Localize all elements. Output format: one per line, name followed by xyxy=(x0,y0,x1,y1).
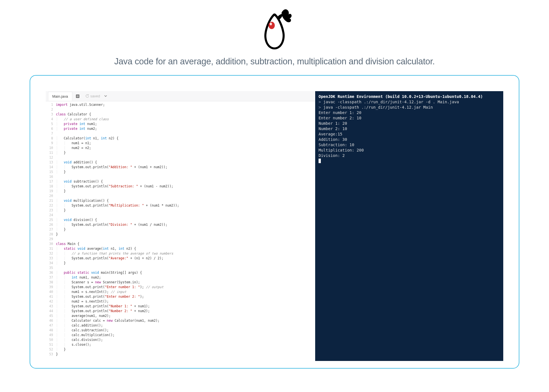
refresh-icon xyxy=(85,94,89,98)
editor-panel: Main.java saved 123456789101112131415161… xyxy=(46,91,315,361)
java-logo xyxy=(255,8,294,51)
tab-bar: Main.java saved xyxy=(46,91,315,101)
saved-label: saved xyxy=(90,94,100,98)
saved-indicator: saved xyxy=(85,94,100,98)
ide-container: Main.java saved 123456789101112131415161… xyxy=(30,75,519,369)
code-editor[interactable]: 1234567891011121314151617181920212223242… xyxy=(46,101,315,361)
svg-point-0 xyxy=(269,22,275,29)
svg-rect-4 xyxy=(77,96,79,96)
terminal-cursor xyxy=(319,159,321,163)
svg-rect-5 xyxy=(77,97,79,97)
file-tab[interactable]: Main.java xyxy=(48,92,72,101)
chevron-down-icon[interactable] xyxy=(104,94,107,99)
code-content[interactable]: import java.util.Scanner; class Calculat… xyxy=(56,101,315,361)
list-icon[interactable] xyxy=(74,93,81,100)
svg-point-1 xyxy=(270,23,272,25)
svg-rect-3 xyxy=(77,95,79,96)
terminal-panel[interactable]: OpenJDK Runtime Environment (build 10.0.… xyxy=(315,91,503,361)
line-gutter: 1234567891011121314151617181920212223242… xyxy=(46,101,56,361)
page-subtitle: Java code for an average, addition, subt… xyxy=(0,56,549,67)
